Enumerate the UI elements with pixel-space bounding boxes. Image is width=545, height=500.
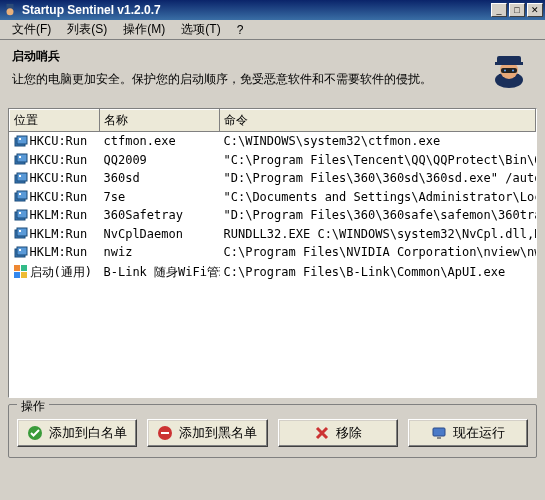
registry-icon: [14, 209, 28, 223]
menu-list[interactable]: 列表(S): [59, 19, 115, 40]
row-location: 启动(通用): [30, 265, 92, 279]
row-command: C:\Program Files\NVIDIA Corporation\nvie…: [220, 243, 536, 262]
row-command: "D:\Program Files\360\360sd\360sd.exe" /…: [220, 169, 536, 188]
svg-rect-7: [501, 68, 517, 73]
operations-group: 操作 添加到白名单 添加到黑名单 移除 现在运行: [8, 404, 537, 458]
minimize-button[interactable]: _: [491, 3, 507, 17]
svg-rect-12: [19, 138, 21, 140]
row-command: C:\WINDOWS\system32\ctfmon.exe: [220, 132, 536, 151]
row-name: 360Safetray: [100, 206, 220, 225]
check-icon: [27, 425, 43, 441]
menu-operate[interactable]: 操作(M): [115, 19, 173, 40]
menubar: 文件(F) 列表(S) 操作(M) 选项(T) ?: [0, 20, 545, 40]
page-title: 启动哨兵: [12, 48, 485, 65]
svg-rect-32: [21, 265, 27, 271]
menu-help[interactable]: ?: [229, 21, 252, 39]
row-name: nwiz: [100, 243, 220, 262]
registry-icon: [14, 227, 28, 241]
svg-rect-17: [17, 173, 27, 181]
row-command: C:\Program Files\B-Link\Common\ApUI.exe: [220, 262, 536, 283]
col-location[interactable]: 位置: [10, 110, 100, 132]
remove-button[interactable]: 移除: [278, 419, 398, 447]
registry-icon: [14, 135, 28, 149]
svg-rect-15: [19, 156, 21, 158]
table-row[interactable]: HKLM:RunNvCplDaemonRUNDLL32.EXE C:\WINDO…: [10, 225, 536, 244]
row-name: NvCplDaemon: [100, 225, 220, 244]
svg-rect-30: [19, 249, 21, 251]
col-name[interactable]: 名称: [100, 110, 220, 132]
table-row[interactable]: 启动(通用)B-Link 随身WiFi管理工具.lnkC:\Program Fi…: [10, 262, 536, 283]
titlebar: Startup Sentinel v1.2.0.7 _ □ ✕: [0, 0, 545, 20]
delete-icon: [314, 425, 330, 441]
table-row[interactable]: HKCU:Run7se"C:\Documents and Settings\Ad…: [10, 188, 536, 207]
startup-folder-icon: [14, 265, 28, 279]
row-command: "C:\Documents and Settings\Administrator…: [220, 188, 536, 207]
registry-icon: [14, 246, 28, 260]
table-row[interactable]: HKLM:Run360Safetray"D:\Program Files\360…: [10, 206, 536, 225]
row-name: 7se: [100, 188, 220, 207]
svg-point-9: [512, 70, 514, 72]
blacklist-label: 添加到黑名单: [179, 424, 257, 442]
row-command: RUNDLL32.EXE C:\WINDOWS\system32\NvCpl.d…: [220, 225, 536, 244]
svg-rect-27: [19, 230, 21, 232]
running-label: 现在运行: [453, 424, 505, 442]
svg-rect-39: [437, 437, 441, 439]
row-location: HKCU:Run: [30, 171, 88, 185]
svg-rect-26: [17, 228, 27, 236]
table-row[interactable]: HKCU:Run360sd"D:\Program Files\360\360sd…: [10, 169, 536, 188]
svg-rect-11: [17, 136, 27, 144]
row-command: "C:\Program Files\Tencent\QQ\QQProtect\B…: [220, 151, 536, 170]
sentinel-icon: [485, 48, 533, 96]
registry-icon: [14, 153, 28, 167]
svg-rect-31: [14, 265, 20, 271]
monitor-icon: [431, 425, 447, 441]
svg-rect-24: [19, 212, 21, 214]
svg-rect-21: [19, 193, 21, 195]
remove-label: 移除: [336, 424, 362, 442]
svg-rect-34: [21, 272, 27, 278]
registry-icon: [14, 172, 28, 186]
page-description: 让您的电脑更加安全。保护您的启动顺序，免受恶意软件和不需要软件的侵扰。: [12, 71, 485, 88]
svg-rect-38: [433, 428, 445, 436]
whitelist-button[interactable]: 添加到白名单: [17, 419, 137, 447]
svg-rect-37: [161, 432, 169, 434]
operations-legend: 操作: [17, 398, 49, 415]
row-name: B-Link 随身WiFi管理工具.lnk: [100, 262, 220, 283]
window-title: Startup Sentinel v1.2.0.7: [22, 3, 491, 17]
block-icon: [157, 425, 173, 441]
maximize-button[interactable]: □: [509, 3, 525, 17]
svg-rect-6: [495, 62, 523, 65]
svg-rect-23: [17, 210, 27, 218]
col-command[interactable]: 命令: [220, 110, 536, 132]
close-button[interactable]: ✕: [527, 3, 543, 17]
row-location: HKCU:Run: [30, 153, 88, 167]
svg-rect-14: [17, 154, 27, 162]
svg-point-1: [7, 8, 14, 15]
registry-icon: [14, 190, 28, 204]
svg-rect-29: [17, 247, 27, 255]
row-location: HKLM:Run: [30, 208, 88, 222]
row-name: ctfmon.exe: [100, 132, 220, 151]
row-command: "D:\Program Files\360\360safe\safemon\36…: [220, 206, 536, 225]
app-icon: [2, 2, 18, 18]
svg-point-8: [504, 70, 506, 72]
row-location: HKCU:Run: [30, 134, 88, 148]
menu-options[interactable]: 选项(T): [173, 19, 228, 40]
menu-file[interactable]: 文件(F): [4, 19, 59, 40]
table-row[interactable]: HKLM:RunnwizC:\Program Files\NVIDIA Corp…: [10, 243, 536, 262]
startup-table[interactable]: 位置 名称 命令 HKCU:Runctfmon.exeC:\WINDOWS\sy…: [8, 108, 537, 398]
svg-rect-20: [17, 191, 27, 199]
header: 启动哨兵 让您的电脑更加安全。保护您的启动顺序，免受恶意软件和不需要软件的侵扰。: [0, 40, 545, 104]
blacklist-button[interactable]: 添加到黑名单: [147, 419, 267, 447]
svg-rect-33: [14, 272, 20, 278]
table-row[interactable]: HKCU:RunQQ2009"C:\Program Files\Tencent\…: [10, 151, 536, 170]
row-location: HKLM:Run: [30, 245, 88, 259]
running-button[interactable]: 现在运行: [408, 419, 528, 447]
row-location: HKCU:Run: [30, 190, 88, 204]
whitelist-label: 添加到白名单: [49, 424, 127, 442]
row-location: HKLM:Run: [30, 227, 88, 241]
table-row[interactable]: HKCU:Runctfmon.exeC:\WINDOWS\system32\ct…: [10, 132, 536, 151]
svg-rect-18: [19, 175, 21, 177]
row-name: QQ2009: [100, 151, 220, 170]
row-name: 360sd: [100, 169, 220, 188]
